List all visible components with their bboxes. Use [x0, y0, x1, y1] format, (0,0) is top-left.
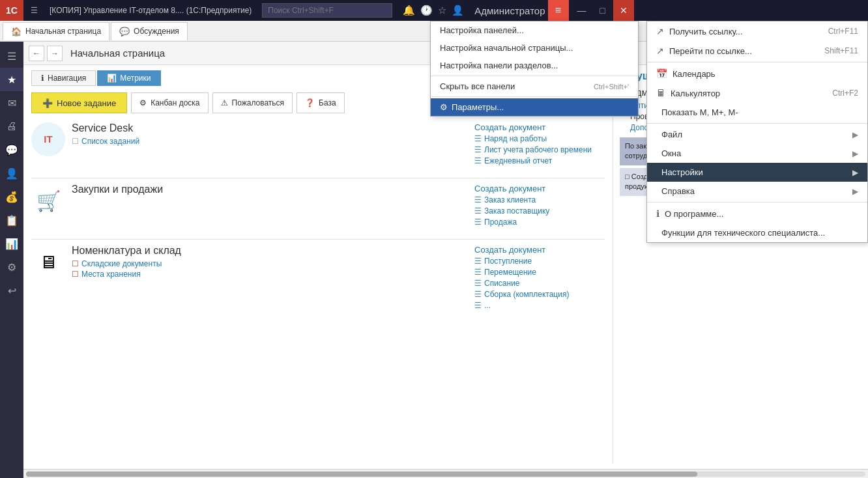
doc-icon-n3: ☰: [474, 279, 482, 288]
sidebar-icon-menu[interactable]: ☰: [0, 44, 23, 68]
minimize-btn[interactable]: —: [571, 0, 592, 21]
event-nav-top[interactable]: ▲▲: [800, 201, 813, 214]
close-btn[interactable]: ✕: [613, 0, 634, 21]
base-button[interactable]: ❓ База: [297, 92, 345, 113]
scroll-thumb[interactable]: [26, 471, 697, 477]
event-nav-bottom[interactable]: ▼▼: [847, 201, 860, 214]
home-icon: 🏠: [11, 27, 22, 36]
service-desk-doc-2[interactable]: ☰ Лист учета рабочего времени: [474, 145, 605, 154]
content-nav: ← → Начальная страница: [23, 42, 868, 65]
new-task-button[interactable]: ➕ Новое задание: [31, 92, 127, 113]
main-layout: ☰ ★ ✉ 🖨 💬 👤 💰 📋 📊 ⚙ ↩ ← → Начальная стра…: [0, 42, 868, 478]
sidebar-icon-settings[interactable]: ⚙: [0, 255, 23, 279]
purchases-doc-1[interactable]: ☰ Заказ клиента: [474, 195, 605, 204]
metrics-tab-icon: 📊: [107, 74, 117, 83]
service-desk-list-link[interactable]: Список заданий: [81, 137, 139, 146]
nomenclature-section: 🖥 Номенклатура и склад ☐ Складские докум…: [31, 245, 605, 312]
tab-home[interactable]: 🏠 Начальная страница: [3, 22, 109, 40]
sidebar-icon-docs[interactable]: 📋: [0, 208, 23, 232]
warning-icon: ⚠: [221, 98, 228, 107]
nomenclature-doc-1[interactable]: ☰ Поступление: [474, 257, 605, 266]
storage-places-link[interactable]: Места хранения: [81, 270, 141, 279]
maximize-btn[interactable]: □: [592, 0, 613, 21]
nomenclature-doc-5[interactable]: ☰ ...: [474, 301, 605, 310]
additional-reports-link[interactable]: Дополнительные отчеты и обработки (1): [630, 123, 777, 132]
new-task-label: Новое задание: [57, 98, 116, 108]
nomenclature-create-title[interactable]: Создать документ: [474, 245, 545, 255]
compatibility-item[interactable]: Проверить совместимость (1): [630, 112, 860, 121]
scroll-track: [26, 471, 865, 477]
tab-home-label: Начальная страница: [25, 27, 101, 36]
purchases-title: Закупки и продажи: [72, 184, 163, 195]
sidebar-icon-user[interactable]: 👤: [0, 162, 23, 185]
tab-discussions-label: Обсуждения: [134, 27, 179, 36]
service-desk-doc-3[interactable]: ☰ Ежедневный отчет: [474, 156, 605, 165]
question-icon: ❓: [305, 98, 315, 107]
kanban-button[interactable]: ⚙ Канбан доска: [131, 92, 208, 113]
sidebar-icon-mail[interactable]: ✉: [0, 91, 23, 115]
doc-icon-n2: ☰: [474, 268, 482, 277]
purchases-doc-2[interactable]: ☰ Заказ поставщику: [474, 206, 605, 216]
purchases-create-title[interactable]: Создать документ: [474, 184, 545, 193]
app-logo: 1С: [0, 0, 23, 21]
action-buttons-bar: ➕ Новое задание ⚙ Канбан доска ⚠ Пожалов…: [31, 92, 605, 113]
nomenclature-doc-4[interactable]: ☰ Сборка (комплектация): [474, 290, 605, 299]
admin-section: ∨ Администрирование Оптимизировать прогр…: [620, 87, 860, 132]
service-desk-title: Service Desk: [72, 122, 139, 134]
tab-metrics[interactable]: 📊 Метрики: [97, 70, 160, 86]
nomenclature-doc-2[interactable]: ☰ Перемещение: [474, 268, 605, 277]
warehouse-docs-link[interactable]: Складские документы: [81, 259, 162, 268]
nav-forward-btn[interactable]: →: [47, 46, 63, 61]
sidebar-icon-back[interactable]: ↩: [0, 279, 23, 302]
doc-icon-2: ☰: [474, 145, 482, 154]
navigation-tab-label: Навигация: [48, 74, 86, 83]
right-panel: Текущие дела ∨ Администрирование Оптимиз…: [613, 70, 860, 464]
optimize-link[interactable]: Оптимизировать программу: [630, 101, 732, 110]
doc-icon-n5: ☰: [474, 301, 482, 310]
event-text-2: □ Создали заметку по процессу, Задача на…: [625, 173, 854, 190]
service-desk-doc-1[interactable]: ☰ Наряд на работы: [474, 134, 605, 143]
complaint-button[interactable]: ⚠ Пожаловаться: [212, 92, 293, 113]
metrics-tab-label: Метрики: [120, 74, 151, 83]
tab-discussions[interactable]: 💬 Обсуждения: [111, 22, 188, 40]
admin-section-header[interactable]: ∨ Администрирование: [620, 87, 860, 98]
nav-back-btn[interactable]: ←: [29, 46, 44, 61]
kanban-icon: ⚙: [139, 98, 147, 107]
sidebar-icon-star[interactable]: ★: [0, 68, 23, 91]
search-input[interactable]: [262, 3, 392, 18]
service-desk-section: IT Service Desk ☐ Список заданий: [31, 122, 605, 167]
service-desk-create-title[interactable]: Создать документ: [474, 122, 545, 132]
hamburger-menu-btn[interactable]: ☰: [23, 0, 44, 21]
sidebar-icon-money[interactable]: 💰: [0, 185, 23, 208]
left-sidebar: ☰ ★ ✉ 🖨 💬 👤 💰 📋 📊 ⚙ ↩: [0, 42, 23, 478]
main-content: ← → Начальная страница ℹ Навигация 📊 Мет…: [23, 42, 868, 478]
doc-icon-1: ☰: [474, 134, 482, 143]
content-area: ℹ Навигация 📊 Метрики ➕ Новое задание: [23, 65, 868, 469]
nomenclature-doc-3[interactable]: ☰ Списание: [474, 279, 605, 288]
tab-navigation[interactable]: ℹ Навигация: [31, 70, 96, 86]
event-item-1: По закреплению сотрудников. Выполнить за…: [620, 137, 860, 165]
purchases-doc-3[interactable]: ☰ Продажа: [474, 218, 605, 227]
doc-icon-n1: ☰: [474, 257, 482, 266]
sidebar-icon-chat[interactable]: 💬: [0, 138, 23, 162]
horizontal-scrollbar[interactable]: [23, 469, 868, 478]
event-item-2: □ Создали заметку по процессу, Задача на…: [620, 168, 860, 196]
event-nav-up[interactable]: ▲: [816, 201, 829, 214]
plus-icon: ➕: [42, 98, 53, 108]
highlighted-menu-btn[interactable]: ≡: [548, 0, 569, 21]
current-tasks-title: Текущие дела: [620, 70, 860, 82]
doc-icon-p2: ☰: [474, 206, 482, 216]
page-title: Начальная страница: [70, 48, 165, 59]
notifications-icon[interactable]: 🔔: [403, 5, 415, 16]
doc-icon-p3: ☰: [474, 218, 482, 227]
user-icon[interactable]: 👤: [452, 5, 464, 16]
event-nav-down[interactable]: ▼: [832, 201, 845, 214]
sidebar-icon-chart[interactable]: 📊: [0, 232, 23, 255]
history-icon[interactable]: 🕐: [420, 5, 433, 16]
username: Администратор: [474, 5, 545, 16]
favorites-icon[interactable]: ☆: [438, 5, 446, 16]
optimize-hint: ?: [737, 102, 741, 109]
sidebar-icon-print[interactable]: 🖨: [0, 115, 23, 138]
purchases-icon: 🛒: [31, 184, 65, 218]
navigation-tab-icon: ℹ: [41, 74, 44, 83]
